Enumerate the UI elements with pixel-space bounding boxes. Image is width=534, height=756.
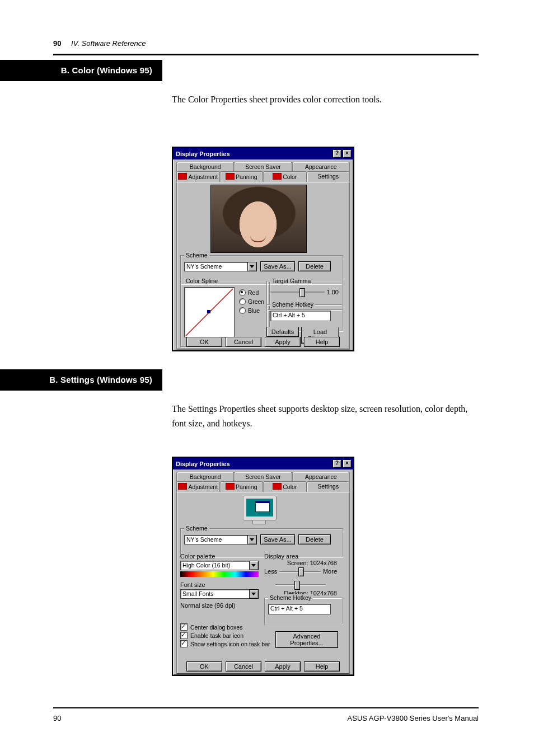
ati-icon — [178, 173, 187, 180]
cancel-button[interactable]: Cancel — [226, 337, 261, 347]
ati-icon — [178, 483, 187, 490]
dialog-buttons: OK Cancel Apply Help — [173, 337, 353, 347]
document-page: 90 IV. Software Reference B. Color (Wind… — [0, 0, 534, 756]
scheme-hotkey-label: Scheme Hotkey — [270, 301, 315, 308]
dialog-titlebar[interactable]: Display Properties ? × — [173, 458, 353, 469]
scheme-combo-value: NY's Scheme — [184, 535, 247, 544]
tab-screen-saver[interactable]: Screen Saver — [234, 472, 292, 482]
close-icon[interactable]: × — [343, 459, 352, 468]
chapter-title: IV. Software Reference — [71, 39, 146, 48]
apply-button[interactable]: Apply — [265, 661, 301, 672]
left-column: Color palette High Color (16 bit) Font s… — [180, 553, 259, 609]
color-palette-combo[interactable]: High Color (16 bit) — [180, 561, 259, 570]
display-properties-dialog-color: Display Properties ? × Background Screen… — [172, 147, 354, 351]
check-center-dialogs[interactable]: Center dialog boxes — [180, 623, 281, 631]
ok-button[interactable]: OK — [186, 337, 222, 347]
font-size-combo[interactable]: Small Fonts — [180, 589, 259, 599]
dialog-title: Display Properties — [176, 461, 230, 467]
section-heading-text: B. Color (Windows 95) — [0, 65, 162, 76]
scheme-combo[interactable]: NY's Scheme — [184, 262, 257, 271]
page-header: 90 IV. Software Reference — [53, 39, 479, 48]
color-palette-value: High Color (16 bit) — [180, 561, 249, 570]
font-size-label: Font size — [180, 581, 259, 588]
page-number-top: 90 — [53, 39, 61, 48]
check-taskbar-icon[interactable]: Enable task bar icon — [180, 632, 281, 639]
apply-button[interactable]: Apply — [265, 337, 301, 347]
less-label: Less — [264, 568, 277, 575]
scheme-combo[interactable]: NY's Scheme — [184, 535, 257, 544]
screen-slider[interactable] — [279, 566, 321, 576]
section-intro-settings: The Settings Properties sheet supports d… — [172, 402, 476, 431]
delete-button[interactable]: Delete — [298, 261, 331, 271]
save-as-button[interactable]: Save As... — [260, 534, 295, 544]
more-label: More — [323, 568, 337, 575]
defaults-button[interactable]: Defaults — [266, 327, 299, 337]
footer-rule — [53, 707, 479, 708]
radio-green[interactable]: Green — [239, 298, 264, 305]
check-show-settings-icon[interactable]: Show settings icon on task bar — [180, 640, 281, 647]
color-swatch-bar — [180, 571, 259, 577]
tab-settings[interactable]: Settings — [307, 171, 350, 182]
desktop-slider[interactable] — [275, 580, 326, 590]
window-controls: ? × — [332, 149, 352, 158]
window-controls: ? × — [332, 459, 352, 468]
display-area-label: Display area — [264, 553, 337, 560]
scheme-hotkey-group: Scheme Hotkey Ctrl + Alt + 5 — [264, 598, 343, 624]
scheme-combo-value: NY's Scheme — [184, 262, 247, 271]
dialog-titlebar[interactable]: Display Properties ? × — [173, 148, 353, 159]
footer-page-number: 90 — [53, 714, 61, 722]
color-spline-graph[interactable] — [184, 287, 235, 337]
tab-settings[interactable]: Settings — [307, 481, 350, 492]
monitor-preview-icon — [243, 496, 275, 524]
tab-adjustment[interactable]: Adjustment — [176, 171, 220, 182]
tab-row-2: Adjustment Panning Color Settings — [176, 481, 350, 492]
radio-red[interactable]: Red — [239, 289, 264, 296]
font-size-value: Small Fonts — [180, 589, 249, 599]
section-heading-settings: B. Settings (Windows 95) — [0, 369, 162, 391]
tab-color[interactable]: Color — [263, 481, 307, 492]
tab-color[interactable]: Color — [263, 171, 307, 182]
target-gamma-slider[interactable] — [270, 287, 325, 297]
ati-icon — [226, 173, 235, 180]
section-heading-text: B. Settings (Windows 95) — [0, 375, 162, 385]
help-button[interactable]: Help — [304, 661, 340, 672]
delete-button[interactable]: Delete — [298, 534, 331, 544]
tab-row-2: Adjustment Panning Color Settings — [176, 171, 350, 182]
tab-screen-saver[interactable]: Screen Saver — [234, 162, 292, 172]
footer-manual-title: ASUS AGP-V3800 Series User's Manual — [348, 714, 479, 722]
help-icon[interactable]: ? — [332, 149, 341, 158]
section-heading-color: B. Color (Windows 95) — [0, 60, 162, 81]
tab-adjustment[interactable]: Adjustment — [176, 481, 220, 492]
scheme-hotkey-field[interactable]: Ctrl + Alt + 5 — [268, 604, 331, 614]
tab-appearance[interactable]: Appearance — [292, 472, 350, 482]
advanced-properties-button[interactable]: Advanced Properties... — [275, 631, 338, 648]
section-intro-color: The Color Properties sheet provides colo… — [172, 92, 476, 107]
svg-rect-1 — [207, 310, 210, 313]
scheme-group-label: Scheme — [184, 252, 209, 259]
preview-image — [210, 185, 307, 253]
ok-button[interactable]: OK — [186, 661, 222, 672]
cancel-button[interactable]: Cancel — [226, 661, 261, 672]
chevron-down-icon[interactable] — [247, 262, 257, 271]
display-properties-dialog-settings: Display Properties ? × Background Screen… — [172, 457, 354, 676]
dialog-buttons: OK Cancel Apply Help — [173, 661, 353, 672]
scheme-hotkey-field[interactable]: Ctrl + Alt + 5 — [270, 311, 331, 321]
radio-blue[interactable]: Blue — [239, 307, 264, 314]
chevron-down-icon[interactable] — [249, 589, 259, 599]
ati-icon — [273, 173, 282, 180]
tab-panning[interactable]: Panning — [220, 171, 264, 182]
tab-background[interactable]: Background — [176, 162, 234, 172]
tab-panning[interactable]: Panning — [220, 481, 264, 492]
chevron-down-icon[interactable] — [249, 561, 259, 570]
chevron-down-icon[interactable] — [247, 535, 257, 544]
tab-appearance[interactable]: Appearance — [292, 162, 350, 172]
help-icon[interactable]: ? — [332, 459, 341, 468]
help-button[interactable]: Help — [304, 337, 340, 347]
header-rule — [53, 54, 479, 55]
scheme-group-label: Scheme — [184, 525, 209, 532]
display-area: Display area Screen: 1024x768 Less More … — [264, 553, 337, 597]
close-icon[interactable]: × — [343, 149, 352, 158]
tab-background[interactable]: Background — [176, 472, 234, 482]
ati-icon — [273, 483, 282, 490]
save-as-button[interactable]: Save As... — [260, 261, 295, 271]
